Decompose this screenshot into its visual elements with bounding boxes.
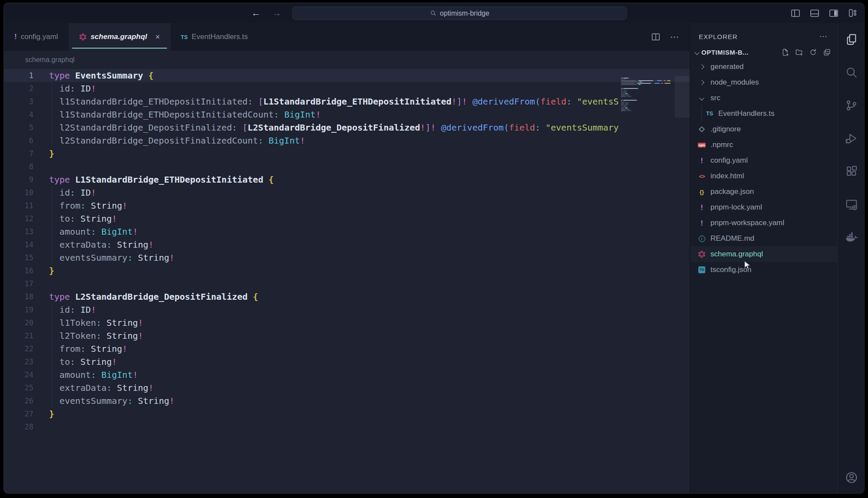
line-content: l1StandardBridge_ETHDepositInitiated: [L…	[33, 95, 690, 108]
tab-schema.graphql[interactable]: schema.graphql×	[69, 23, 171, 51]
code-line[interactable]: 4 l1StandardBridge_ETHDepositInitiatedCo…	[4, 108, 690, 121]
tree-item-package.json[interactable]: {}package.json	[690, 184, 837, 200]
search-icon[interactable]	[838, 56, 865, 89]
forward-icon[interactable]: →	[272, 7, 282, 19]
line-number: 17	[4, 277, 33, 290]
source-control-icon[interactable]	[838, 89, 865, 122]
tree-item-tsconfig.json[interactable]: TStsconfig.json	[690, 262, 837, 278]
line-content: from: String!	[33, 342, 690, 355]
new-file-icon[interactable]	[781, 48, 789, 56]
vscode-window: ← → optimism-bridge !config.yamlschema.g…	[3, 3, 865, 494]
docker-icon[interactable]	[838, 221, 865, 254]
code-line[interactable]: 21 l2Token: String!	[4, 329, 690, 342]
code-line[interactable]: 10 id: ID!	[4, 186, 690, 199]
new-folder-icon[interactable]	[795, 48, 803, 56]
tree-item-label: schema.graphql	[710, 250, 763, 259]
back-icon[interactable]: ←	[251, 7, 261, 19]
collapse-all-icon[interactable]	[823, 48, 831, 56]
split-editor-icon[interactable]	[651, 32, 661, 42]
code-line[interactable]: 3 l1StandardBridge_ETHDepositInitiated: …	[4, 95, 690, 108]
panel-bottom-icon[interactable]	[809, 8, 820, 18]
workspace-section-header[interactable]: OPTIMISM-B...	[690, 46, 837, 59]
minimap-line	[621, 101, 672, 102]
tree-item-index.html[interactable]: <>index.html	[690, 168, 837, 184]
npm-icon: npm	[697, 143, 707, 147]
code-line[interactable]: 22 from: String!	[4, 342, 690, 355]
code-line[interactable]: 2 id: ID!	[4, 82, 690, 95]
panel-left-icon[interactable]	[790, 8, 801, 18]
line-number: 10	[4, 186, 33, 199]
line-number: 1	[4, 69, 33, 82]
code-editor[interactable]: 1type EventsSummary {2 id: ID!3 l1Standa…	[4, 69, 690, 493]
tab-config.yaml[interactable]: !config.yaml	[4, 23, 69, 51]
minimap-line	[621, 113, 672, 114]
command-center-search[interactable]: optimism-bridge	[293, 7, 627, 20]
close-icon[interactable]: ×	[155, 33, 160, 42]
tree-item-schema.graphql[interactable]: schema.graphql	[690, 246, 837, 262]
line-number: 12	[4, 212, 33, 225]
line-content: }	[33, 147, 690, 160]
code-line[interactable]: 24 amount: BigInt!	[4, 368, 690, 381]
tree-item-.npmrc[interactable]: npm.npmrc	[690, 137, 837, 153]
code-line[interactable]: 11 from: String!	[4, 199, 690, 212]
minimap-line	[621, 104, 672, 105]
breadcrumb-label: schema.graphql	[25, 56, 75, 64]
code-line[interactable]: 1type EventsSummary {	[4, 69, 690, 82]
code-line[interactable]: 7}	[4, 147, 690, 160]
code-line[interactable]: 18type L2StandardBridge_DepositFinalized…	[4, 290, 690, 303]
more-actions-icon[interactable]: ⋯	[670, 32, 680, 42]
minimap-line	[621, 106, 672, 107]
code-line[interactable]: 25 extraData: String!	[4, 381, 690, 394]
line-content: eventsSummary: String!	[33, 394, 690, 407]
code-line[interactable]: 13 amount: BigInt!	[4, 225, 690, 238]
minimap-slider[interactable]	[675, 76, 690, 118]
code-line[interactable]: 28	[4, 420, 690, 433]
gitignore-icon	[697, 127, 707, 131]
extensions-icon[interactable]	[838, 155, 865, 188]
panel-right-filled-icon[interactable]	[829, 8, 839, 18]
code-line[interactable]: 9type L1StandardBridge_ETHDepositInitiat…	[4, 173, 690, 186]
line-content	[33, 420, 690, 433]
files-icon[interactable]	[838, 23, 865, 56]
code-line[interactable]: 15 eventsSummary: String!	[4, 251, 690, 264]
layout-custom-icon[interactable]	[848, 8, 858, 18]
debug-icon[interactable]	[838, 122, 865, 155]
code-line[interactable]: 12 to: String!	[4, 212, 690, 225]
tree-item-EventHandlers.ts[interactable]: TSEventHandlers.ts	[690, 106, 837, 121]
line-number: 6	[4, 134, 33, 147]
tree-item-.gitignore[interactable]: .gitignore	[690, 121, 837, 137]
tab-EventHandlers.ts[interactable]: TSEventHandlers.ts	[171, 23, 258, 51]
tree-item-README.md[interactable]: iREADME.md	[690, 231, 837, 246]
minimap[interactable]	[621, 78, 672, 114]
line-content: type L1StandardBridge_ETHDepositInitiate…	[33, 173, 690, 186]
explorer-more-icon[interactable]: ⋯	[819, 32, 829, 41]
line-content	[33, 160, 690, 173]
refresh-icon[interactable]	[809, 48, 817, 56]
line-content: l1Token: String!	[33, 316, 690, 329]
code-line[interactable]: 16}	[4, 264, 690, 277]
tree-item-label: pnpm-lock.yaml	[710, 203, 762, 212]
code-line[interactable]: 6 l2StandardBridge_DepositFinalizedCount…	[4, 134, 690, 147]
code-line[interactable]: 5 l2StandardBridge_DepositFinalized: [L2…	[4, 121, 690, 134]
tree-item-node_modules[interactable]: node_modules	[690, 75, 837, 90]
code-line[interactable]: 8	[4, 160, 690, 173]
code-line[interactable]: 26 eventsSummary: String!	[4, 394, 690, 407]
code-line[interactable]: 20 l1Token: String!	[4, 316, 690, 329]
tree-item-config.yaml[interactable]: !config.yaml	[690, 153, 837, 168]
breadcrumb[interactable]: schema.graphql	[4, 51, 690, 69]
minimap-line	[621, 78, 672, 79]
tree-item-generated[interactable]: generated	[690, 59, 837, 75]
account-icon[interactable]	[845, 471, 858, 486]
code-line[interactable]: 27}	[4, 407, 690, 420]
line-number: 9	[4, 173, 33, 186]
line-number: 25	[4, 381, 33, 394]
remote-explorer-icon[interactable]	[838, 188, 865, 221]
code-line[interactable]: 23 to: String!	[4, 355, 690, 368]
code-line[interactable]: 14 extraData: String!	[4, 238, 690, 251]
tree-item-label: README.md	[710, 234, 754, 243]
code-line[interactable]: 17	[4, 277, 690, 290]
tree-item-pnpm-lock.yaml[interactable]: !pnpm-lock.yaml	[690, 200, 837, 215]
tree-item-src[interactable]: src	[690, 90, 837, 106]
code-line[interactable]: 19 id: ID!	[4, 303, 690, 316]
tree-item-pnpm-workspace.yaml[interactable]: !pnpm-workspace.yaml	[690, 215, 837, 231]
